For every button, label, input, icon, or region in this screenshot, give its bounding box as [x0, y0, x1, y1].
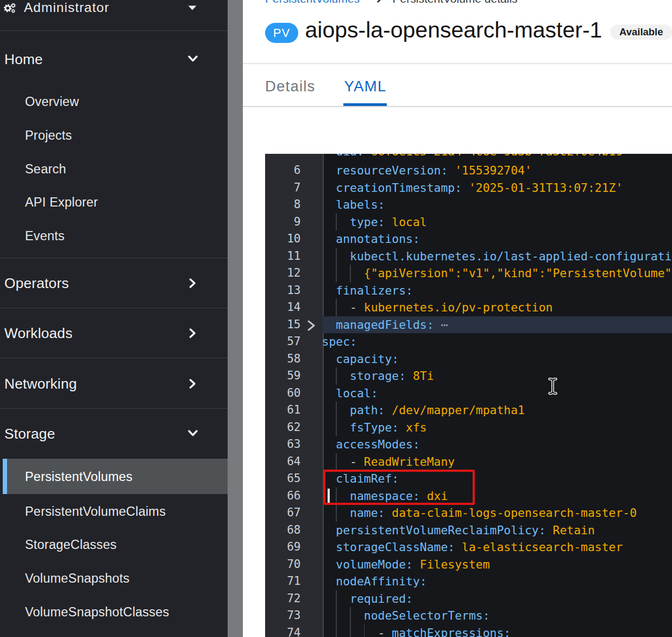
editor-line: 11 kubectl.kubernetes.io/last-applied-co… — [265, 248, 672, 265]
line-number: 70 — [268, 556, 301, 573]
yaml-key: uid: — [336, 154, 364, 158]
line-number: 62 — [268, 419, 301, 436]
sidebar-item-volumesnapshots[interactable]: VolumeSnapshots — [25, 571, 129, 586]
sidebar-divider — [0, 358, 228, 358]
fold-chevron-icon[interactable] — [306, 319, 317, 332]
perspective-label: Administrator — [24, 0, 109, 15]
editor-line: 7 creationTimestamp: '2025-01-31T13:07:2… — [265, 179, 672, 197]
yaml-value: local — [385, 215, 426, 229]
editor-line: 68 persistentVolumeReclaimPolicy: Retain — [265, 522, 672, 539]
code-line-text: {"apiVersion":"v1","kind":"PersistentVol… — [322, 265, 672, 282]
line-number: 72 — [268, 590, 301, 608]
yaml-indent — [322, 609, 364, 622]
yaml-value: kubernetes.io/pv-protection — [364, 301, 553, 314]
sidebar-item-search[interactable]: Search — [25, 161, 66, 177]
openshift-console: Administrator HomeOverviewProjectsSearch… — [0, 0, 672, 637]
sidebar-item-persistentvolumeclaims[interactable]: PersistentVolumeClaims — [25, 504, 166, 519]
sidebar-item-volumesnapshotclasses[interactable]: VolumeSnapshotClasses — [25, 604, 169, 620]
yaml-key: managedFields: — [336, 318, 434, 332]
code-line-text: spec: — [322, 333, 357, 351]
editor-line: 70 volumeMode: Filesystem — [265, 556, 672, 573]
yaml-key: storageClassName: — [336, 540, 455, 554]
code-line-text: name: data-claim-logs-opensearch-master-… — [322, 504, 637, 522]
editor-line: 74 - matchExpressions: — [265, 624, 672, 637]
code-line-text: capacity: — [322, 351, 399, 368]
breadcrumb-link[interactable]: PersistentVolumes — [265, 0, 360, 5]
header-divider — [243, 63, 672, 64]
line-number: 65 — [268, 470, 301, 488]
yaml-key: volumeMode: — [336, 558, 413, 571]
sidebar-section-storage[interactable]: Storage — [0, 416, 228, 450]
yaml-key: matchExpressions: — [392, 626, 511, 637]
breadcrumb: PersistentVolumes PersistentVolume detai… — [265, 0, 518, 5]
code-line-text: fsType: xfs — [322, 419, 427, 436]
yaml-editor[interactable]: uid: 66f8e1c5-21a4-4c8e-9d3b-7a5c2f0e4b1… — [265, 154, 672, 637]
caret-down-icon — [188, 5, 197, 10]
editor-line: 58 capacity: — [265, 351, 672, 368]
yaml-key: required: — [350, 592, 413, 605]
tab-yaml[interactable]: YAML — [344, 77, 387, 96]
perspective-switcher[interactable]: Administrator — [0, 0, 228, 25]
line-number: 66 — [268, 488, 301, 505]
line-number: 61 — [268, 402, 301, 419]
yaml-indent — [322, 301, 350, 314]
yaml-key: finalizers: — [336, 284, 413, 297]
sidebar-section-networking[interactable]: Networking — [0, 366, 228, 400]
line-number: 6 — [268, 162, 301, 179]
code-line-text: - ReadWriteMany — [322, 453, 455, 471]
yaml-indent — [322, 558, 336, 571]
yaml-key: fsType: — [350, 421, 399, 434]
editor-line: 57spec: — [265, 333, 672, 351]
line-number: 67 — [268, 504, 301, 522]
yaml-key: path: — [350, 403, 385, 417]
line-number: 57 — [268, 333, 301, 351]
line-number: 68 — [268, 522, 301, 539]
yaml-indent — [322, 506, 350, 520]
sidebar-section-workloads[interactable]: Workloads — [0, 316, 228, 349]
code-line-text: labels: — [322, 196, 385, 214]
yaml-indent — [322, 369, 350, 383]
yaml-indent — [322, 574, 336, 588]
yaml-indent — [322, 421, 350, 434]
code-line-text: creationTimestamp: '2025-01-31T13:07:21Z… — [322, 179, 623, 197]
yaml-value: data-claim-logs-opensearch-master-0 — [385, 506, 637, 520]
sidebar-section-operators[interactable]: Operators — [0, 266, 228, 299]
yaml-punct: - — [350, 455, 364, 469]
code-line-text: uid: 66f8e1c5-21a4-4c8e-9d3b-7a5c2f0e4b1… — [322, 154, 623, 160]
tab-details[interactable]: Details — [265, 77, 315, 96]
yaml-value: '155392704' — [448, 164, 532, 177]
chevron-down-icon — [188, 430, 198, 436]
yaml-indent — [322, 352, 336, 366]
sidebar-item-api explorer[interactable]: API Explorer — [25, 195, 98, 210]
sidebar-scrollbar[interactable] — [228, 0, 243, 637]
sidebar-item-projects[interactable]: Projects — [25, 128, 72, 143]
yaml-value: ReadWriteMany — [364, 455, 455, 469]
code-line-text: finalizers: — [322, 282, 413, 299]
yaml-key: labels: — [336, 198, 385, 211]
code-line-text: - kubernetes.io/pv-protection — [322, 299, 553, 316]
line-number: 15 — [268, 316, 301, 334]
editor-line: 64 - ReadWriteMany — [265, 453, 672, 471]
yaml-indent — [322, 198, 336, 211]
yaml-key: creationTimestamp: — [336, 181, 462, 195]
sidebar-item-storageclasses[interactable]: StorageClasses — [25, 537, 117, 552]
sidebar-section-label: Networking — [4, 376, 77, 392]
code-line-text: kubectl.kubernetes.io/last-applied-confi… — [322, 248, 672, 265]
yaml-key: persistentVolumeReclaimPolicy: — [336, 523, 545, 537]
yaml-key: nodeAffinity: — [336, 574, 426, 588]
code-line-text: resourceVersion: '155392704' — [322, 162, 532, 179]
code-line-text: storageClassName: la-elasticsearch-maste… — [322, 539, 623, 556]
yaml-key: annotations: — [336, 232, 420, 246]
yaml-value: 8Ti — [406, 369, 434, 383]
yaml-indent — [322, 626, 378, 637]
yaml-key: nodeSelectorTerms: — [364, 609, 490, 622]
status-badge: Available — [610, 24, 672, 40]
sidebar-section-home[interactable]: Home — [0, 42, 228, 76]
sidebar-item-overview[interactable]: Overview — [25, 94, 79, 109]
line-number: 59 — [268, 367, 301, 385]
sidebar-item-persistentvolumes[interactable]: PersistentVolumes — [25, 469, 133, 484]
yaml-value: '2025-01-31T13:07:21Z' — [462, 181, 623, 195]
sidebar-item-events[interactable]: Events — [25, 228, 65, 243]
line-number: 8 — [268, 196, 301, 214]
editor-line: 61 path: /dev/mapper/mpatha1 — [265, 402, 672, 419]
